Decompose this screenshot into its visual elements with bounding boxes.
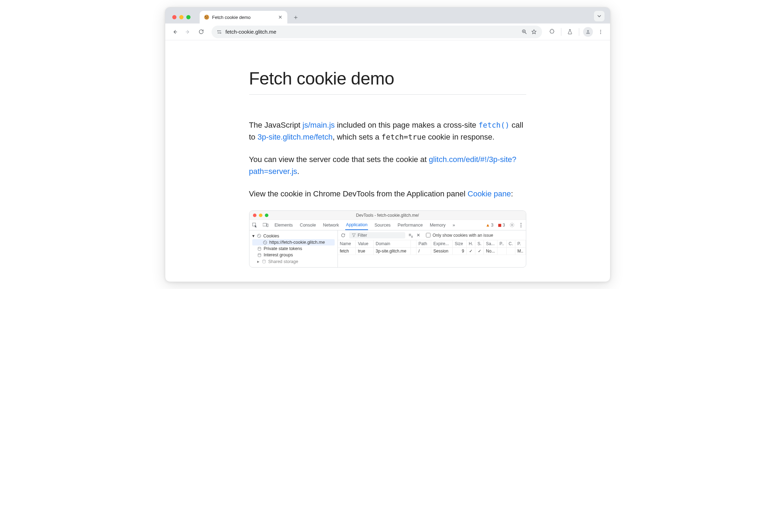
svg-point-4 [205, 18, 206, 19]
svg-point-16 [600, 30, 601, 31]
extensions-button[interactable] [546, 26, 558, 38]
bookmark-star-icon[interactable] [531, 29, 537, 35]
close-tab-button[interactable]: ✕ [278, 14, 283, 20]
checkbox[interactable] [426, 233, 430, 237]
col-samesite[interactable]: Sa... [484, 240, 497, 248]
database-icon [257, 247, 262, 251]
svg-point-34 [262, 260, 265, 261]
address-bar[interactable]: fetch-cookie.glitch.me [212, 26, 542, 38]
arrow-right-icon [185, 29, 191, 35]
col-secure[interactable]: S. [475, 240, 483, 248]
devtools-tab-application[interactable]: Application [345, 220, 368, 230]
chrome-menu-button[interactable] [595, 26, 607, 38]
cookie-favicon-icon [204, 14, 209, 20]
window-controls [169, 15, 193, 23]
svg-point-23 [520, 223, 521, 224]
zoom-icon[interactable] [521, 29, 527, 35]
maximize-window-button[interactable] [186, 15, 191, 19]
svg-point-17 [600, 31, 601, 32]
puzzle-icon [549, 29, 555, 35]
table-row[interactable]: fetch true 3p-site.glitch.me / Session 9… [338, 248, 526, 255]
devtools-tab-sources[interactable]: Sources [374, 220, 391, 230]
arrow-left-icon [172, 29, 178, 35]
database-icon [262, 259, 266, 264]
col-value[interactable]: Value [356, 240, 374, 248]
sidebar-shared-storage[interactable]: ▸ Shared storage [252, 258, 335, 265]
col-partition[interactable]: P.. [497, 240, 506, 248]
sidebar-private-state[interactable]: Private state tokens [252, 245, 335, 252]
devtools-menu-icon[interactable] [519, 223, 523, 228]
profile-button[interactable] [582, 26, 594, 38]
svg-point-18 [600, 33, 601, 34]
col-domain[interactable]: Domain [373, 240, 410, 248]
devtools-tab-more[interactable]: » [452, 220, 456, 230]
database-icon [257, 253, 262, 257]
svg-point-15 [587, 30, 589, 32]
devtools-warnings[interactable]: ▲3 [486, 223, 493, 228]
link-main-js[interactable]: js/main.js [302, 121, 335, 129]
link-3p-site-fetch[interactable]: 3p-site.glitch.me/fetch [258, 133, 333, 141]
devtools-tab-performance[interactable]: Performance [397, 220, 423, 230]
clear-all-icon[interactable]: ✕ [416, 233, 420, 238]
labs-button[interactable] [564, 26, 576, 38]
devtools-tab-network[interactable]: Network [322, 220, 340, 230]
minimize-window-button[interactable] [179, 15, 183, 19]
col-sort[interactable] [410, 240, 416, 248]
col-expires[interactable]: Expire... [431, 240, 453, 248]
col-size[interactable]: Size [453, 240, 467, 248]
browser-tab[interactable]: Fetch cookie demo ✕ [200, 11, 287, 23]
link-cookie-pane[interactable]: Cookie pane [468, 189, 511, 198]
link-fetch-code[interactable]: fetch() [479, 121, 510, 129]
close-window-button[interactable] [172, 15, 176, 19]
col-cross[interactable]: C. [506, 240, 515, 248]
svg-point-1 [205, 16, 206, 17]
devtools-title: DevTools - fetch-cookie.glitch.me/ [249, 213, 526, 218]
devtools-titlebar: DevTools - fetch-cookie.glitch.me/ [249, 211, 526, 220]
reload-button[interactable] [195, 26, 207, 38]
devtools-tab-elements[interactable]: Elements [274, 220, 294, 230]
sidebar-interest-groups[interactable]: Interest groups [252, 252, 335, 258]
svg-point-30 [264, 242, 265, 242]
inspect-icon[interactable] [252, 223, 257, 228]
new-tab-button[interactable]: ＋ [291, 12, 301, 22]
svg-point-3 [206, 18, 207, 19]
flask-icon [567, 29, 573, 35]
only-issue-checkbox[interactable]: Only show cookies with an issue [426, 233, 493, 238]
refresh-icon[interactable] [341, 233, 346, 238]
reload-icon [198, 29, 204, 35]
sidebar-cookie-origin[interactable]: https://fetch-cookie.glitch.me [252, 239, 335, 245]
tab-strip: Fetch cookie demo ✕ ＋ [165, 7, 610, 23]
cookie-filter-input[interactable]: Filter [349, 232, 405, 238]
paragraph-1: The JavaScript js/main.js included on th… [249, 119, 526, 143]
back-button[interactable] [169, 26, 181, 38]
col-priority[interactable]: P. [515, 240, 526, 248]
devtools-tab-console[interactable]: Console [299, 220, 317, 230]
site-settings-icon[interactable] [216, 29, 222, 35]
avatar [583, 27, 593, 37]
chevron-down-icon [597, 14, 601, 18]
paragraph-2: You can view the server code that sets t… [249, 154, 526, 177]
cookie-icon [263, 240, 267, 245]
devtools-tab-memory[interactable]: Memory [429, 220, 446, 230]
toolbar-right [546, 26, 607, 38]
device-toolbar-icon[interactable] [263, 223, 268, 228]
clear-filter-icon[interactable]: ≡x [409, 233, 413, 238]
col-httponly[interactable]: H. [466, 240, 475, 248]
svg-point-25 [520, 227, 521, 228]
col-path[interactable]: Path [416, 240, 431, 248]
devtools-settings-icon[interactable] [509, 222, 515, 228]
devtools-screenshot: DevTools - fetch-cookie.glitch.me/ Eleme… [249, 210, 526, 268]
devtools-issues[interactable]: ◼3 [498, 222, 505, 228]
toolbar-divider [561, 28, 561, 36]
tab-title: Fetch cookie demo [212, 15, 251, 20]
filter-icon [352, 233, 356, 237]
browser-window: Fetch cookie demo ✕ ＋ fetch-cookie.glitc… [165, 7, 610, 282]
devtools-sidebar: ▾ Cookies https://fetch-cookie.glitch.me… [249, 230, 338, 267]
svg-point-2 [207, 16, 207, 16]
svg-point-31 [265, 242, 266, 243]
col-name[interactable]: Name [338, 240, 356, 248]
sidebar-cookies-node[interactable]: ▾ Cookies [252, 233, 335, 239]
forward-button[interactable] [182, 26, 194, 38]
svg-point-22 [511, 224, 513, 226]
tabs-dropdown-button[interactable] [594, 11, 604, 21]
